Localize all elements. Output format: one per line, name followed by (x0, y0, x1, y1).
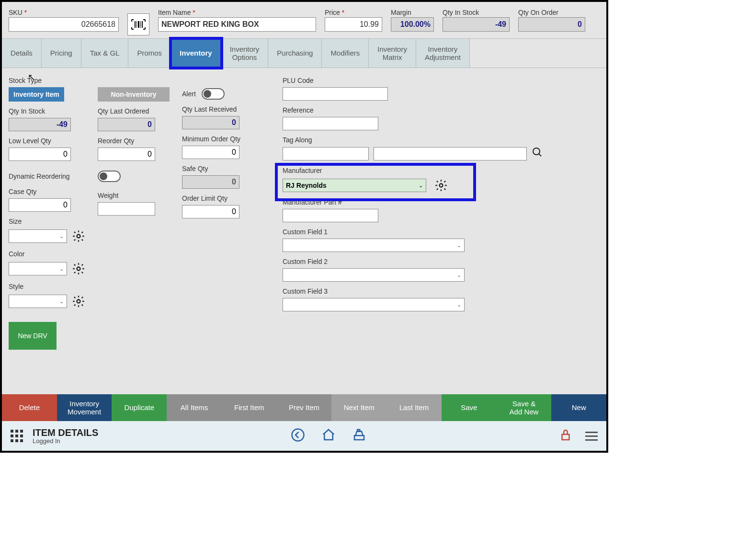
qty-in-stock-label: Qty In Stock (9, 107, 85, 115)
style-label: Style (9, 283, 85, 290)
tab-inventory-options[interactable]: Inventory Options (221, 39, 269, 68)
qty-in-stock-header-display: -49 (443, 17, 510, 32)
tab-purchasing[interactable]: Purchasing (268, 39, 322, 68)
tab-pricing[interactable]: Pricing (42, 39, 81, 68)
tab-inventory-matrix[interactable]: Inventory Matrix (369, 39, 416, 68)
weight-input[interactable] (98, 202, 155, 216)
gear-icon (72, 229, 85, 243)
low-level-qty-input[interactable]: 0 (9, 148, 71, 161)
reference-input[interactable] (283, 117, 378, 130)
chevron-down-icon: ⌄ (419, 183, 423, 189)
qty-on-order-display: 0 (518, 17, 585, 32)
chevron-down-icon: ⌄ (457, 302, 461, 308)
new-button[interactable]: New (551, 394, 606, 421)
color-label: Color (9, 250, 85, 258)
svg-rect-3 (140, 21, 141, 28)
svg-rect-13 (357, 430, 360, 432)
safe-qty-display: 0 (182, 175, 239, 189)
custom-field-3-select[interactable]: ⌄ (283, 298, 465, 311)
last-item-button[interactable]: Last Item (386, 394, 442, 421)
qty-last-received-display: 0 (182, 116, 239, 129)
menu-button[interactable] (585, 432, 598, 441)
min-order-qty-input[interactable]: 0 (182, 146, 239, 159)
reorder-qty-input[interactable]: 0 (98, 148, 155, 161)
custom-field-1-label: Custom Field 1 (283, 228, 600, 236)
save-add-new-button[interactable]: Save & Add New (497, 394, 552, 421)
next-item-button[interactable]: Next Item (331, 394, 386, 421)
prev-item-button[interactable]: Prev Item (277, 394, 332, 421)
svg-point-6 (77, 267, 80, 271)
action-bar: Delete Inventory Movement Duplicate All … (2, 394, 606, 421)
search-icon (532, 147, 543, 158)
color-settings-button[interactable] (72, 261, 85, 277)
chevron-down-icon: ⌄ (59, 266, 64, 272)
qty-in-stock-display: -49 (9, 118, 71, 131)
qty-last-ordered-label: Qty Last Ordered (98, 107, 170, 115)
order-limit-qty-input[interactable]: 0 (182, 205, 239, 218)
style-settings-button[interactable] (72, 293, 85, 309)
tab-modifiers[interactable]: Modifiers (322, 39, 369, 68)
tab-details[interactable]: Details (2, 39, 42, 68)
tag-along-search-button[interactable] (532, 147, 543, 161)
register-button[interactable] (352, 428, 366, 444)
stock-type-inventory-item-button[interactable]: Inventory Item (9, 87, 64, 102)
lock-button[interactable] (558, 428, 573, 444)
plu-code-input[interactable] (283, 87, 388, 101)
svg-rect-14 (562, 434, 569, 440)
manufacturer-select[interactable]: RJ Reynolds⌄ (283, 179, 426, 192)
save-button[interactable]: Save (442, 394, 497, 421)
apps-grid-button[interactable] (11, 430, 23, 442)
manufacturer-settings-button[interactable] (433, 177, 449, 194)
chevron-down-icon: ⌄ (59, 298, 64, 305)
size-settings-button[interactable] (72, 228, 85, 244)
tag-along-label: Tag Along (283, 136, 600, 144)
tab-inventory-adjustment[interactable]: Inventory Adjustment (416, 39, 470, 68)
duplicate-button[interactable]: Duplicate (112, 394, 167, 421)
delete-button[interactable]: Delete (2, 394, 57, 421)
page-title: ITEM DETAILS (33, 428, 98, 437)
alert-toggle[interactable] (202, 88, 225, 100)
sku-input[interactable]: 02665618 (9, 17, 119, 32)
chevron-down-icon: ⌄ (457, 272, 461, 278)
inventory-movement-button[interactable]: Inventory Movement (57, 394, 112, 421)
tab-promos[interactable]: Promos (128, 39, 171, 68)
tag-along-code-input[interactable] (283, 147, 369, 160)
new-drv-button[interactable]: New DRV (9, 322, 57, 350)
tab-bar: Details Pricing Tax & GL Promos Inventor… (2, 38, 606, 68)
tab-inventory[interactable]: Inventory (171, 39, 221, 68)
all-items-button[interactable]: All Items (167, 394, 222, 421)
first-item-button[interactable]: First Item (222, 394, 277, 421)
chevron-down-icon: ⌄ (59, 233, 64, 240)
barcode-icon (131, 19, 146, 30)
svg-rect-1 (136, 21, 137, 28)
safe-qty-label: Safe Qty (182, 165, 268, 172)
qty-on-order-label: Qty On Order (518, 9, 585, 16)
style-select[interactable]: ⌄ (9, 295, 67, 308)
gear-icon (434, 179, 448, 192)
dynamic-reordering-toggle[interactable] (98, 171, 121, 182)
svg-rect-4 (142, 21, 143, 28)
header-bar: SKU 02665618 Item Name NEWPORT RED KING … (2, 2, 606, 38)
custom-field-2-label: Custom Field 2 (283, 258, 600, 265)
custom-field-1-select[interactable]: ⌄ (283, 239, 465, 252)
custom-field-2-select[interactable]: ⌄ (283, 268, 465, 282)
price-input[interactable]: 10.99 (325, 17, 382, 32)
min-order-qty-label: Minimum Order Qty (182, 135, 268, 143)
reference-label: Reference (283, 106, 600, 114)
plu-code-label: PLU Code (283, 77, 600, 84)
svg-line-9 (539, 154, 541, 156)
back-button[interactable] (291, 428, 305, 444)
case-qty-label: Case Qty (9, 188, 85, 195)
case-qty-input[interactable]: 0 (9, 198, 71, 212)
manufacturer-part-input[interactable] (283, 209, 378, 222)
barcode-button[interactable] (127, 13, 149, 35)
color-select[interactable]: ⌄ (9, 262, 67, 275)
low-level-qty-label: Low Level Qty (9, 137, 85, 145)
home-button[interactable] (321, 428, 336, 444)
item-name-input[interactable]: NEWPORT RED KING BOX (158, 17, 316, 32)
tab-tax-gl[interactable]: Tax & GL (81, 39, 129, 68)
size-select[interactable]: ⌄ (9, 229, 67, 243)
qty-last-ordered-display: 0 (98, 118, 155, 131)
tag-along-desc-input[interactable] (374, 147, 527, 160)
stock-type-non-inventory-button[interactable]: Non-Inventory (98, 87, 170, 102)
